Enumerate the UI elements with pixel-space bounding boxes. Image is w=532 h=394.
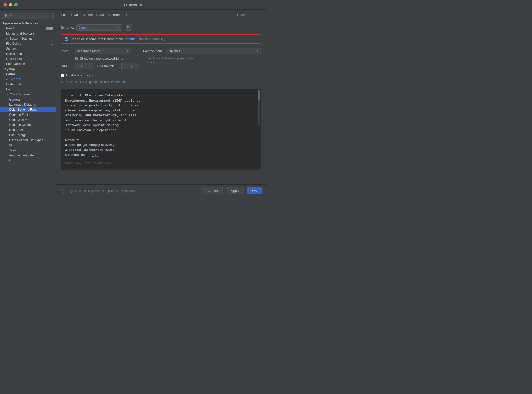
header-actions: Reset ← → — [237, 12, 261, 17]
sidebar-item-path-variables[interactable]: Path Variables — [0, 61, 56, 67]
search-input[interactable] — [9, 14, 51, 18]
breadcrumb-sep1: › — [71, 13, 72, 17]
main-content: 🔍 Appearance & Behavior New UI NEW Menus… — [0, 10, 266, 197]
preview-scrollbar-thumb[interactable] — [258, 90, 260, 100]
line-height-input[interactable] — [121, 63, 139, 69]
sidebar-item-angular-template[interactable]: Angular Template — [0, 153, 56, 158]
fallback-hint: Used for symbols not supported by the ma… — [143, 57, 199, 64]
sidebar-item-appearance-behavior[interactable]: Appearance & Behavior — [0, 21, 56, 26]
minimize-button[interactable] — [9, 3, 12, 6]
breadcrumb-editor[interactable]: Editor — [61, 13, 70, 17]
sidebar-item-color-scheme[interactable]: ▼ Color Scheme — [0, 92, 56, 97]
sidebar-item-code-with-me[interactable]: Code With Me — [0, 117, 56, 122]
breadcrumb-color-scheme[interactable]: Color Scheme — [74, 13, 94, 17]
sidebar-item-new-ui[interactable]: New UI NEW — [0, 26, 56, 31]
settings-panel: Scheme: Darcula ▼ ⚙ Use color scheme fon… — [56, 20, 266, 184]
search-box[interactable]: 🔍 — [2, 13, 54, 19]
enable-ligatures-label: Enable ligatures — [66, 73, 90, 77]
size-row: Size: Line height: — [61, 63, 139, 69]
fallback-col: Fallback font: <None> ▼ Used for symbols… — [143, 48, 261, 64]
sidebar-item-console-colors[interactable]: Console Colors — [0, 122, 56, 127]
checkbox-label: Use color scheme font instead of the def… — [70, 37, 165, 41]
content-area: Editor › Color Scheme › Color Scheme Fon… — [56, 10, 266, 197]
reader-mode-link[interactable]: Reader mode — [110, 80, 128, 84]
show-monospaced-checkbox[interactable] — [75, 57, 78, 60]
font-dropdown-arrow: ▼ — [126, 50, 129, 52]
sidebar-item-user-defined[interactable]: User-Defined File Types — [0, 138, 56, 143]
preview-area[interactable]: IntelliJ IDEA is an Integrated Developme… — [61, 89, 261, 170]
sidebar-item-editor[interactable]: ▼ Editor — [0, 72, 56, 77]
reset-button[interactable]: Reset — [237, 13, 246, 17]
fallback-select[interactable]: <None> ▼ — [167, 48, 261, 54]
maximize-button[interactable] — [14, 3, 18, 6]
sidebar-item-general[interactable]: ▶ General — [0, 77, 56, 82]
sidebar: 🔍 Appearance & Behavior New UI NEW Menus… — [0, 10, 56, 197]
sidebar-item-font[interactable]: Font — [0, 87, 56, 92]
preferences-window: Preferences 🔍 Appearance & Behavior New … — [0, 0, 266, 197]
window-title: Preferences — [124, 3, 142, 7]
sidebar-item-diff-merge[interactable]: Diff & Merge — [0, 133, 56, 138]
scheme-dropdown-arrow: ▼ — [117, 26, 120, 29]
preview-line10: Default: — [65, 138, 257, 143]
sidebar-item-vcs[interactable]: VCS — [0, 143, 56, 148]
scopes-badge: ☰ — [51, 47, 53, 50]
scheme-select[interactable]: Darcula ▼ — [76, 24, 122, 31]
sidebar-item-file-colors[interactable]: File Colors ☰ — [0, 41, 56, 46]
enable-ligatures-checkbox[interactable] — [61, 74, 64, 77]
preview-line4: clever code completion, static code — [65, 108, 257, 113]
forward-button[interactable]: → — [255, 12, 261, 17]
sidebar-item-code-editing[interactable]: Code Editing — [0, 82, 56, 87]
sidebar-item-color-scheme-font[interactable]: Color Scheme Font — [0, 107, 56, 112]
sidebar-item-language-defaults[interactable]: Language Defaults — [0, 102, 56, 107]
sidebar-item-debugger[interactable]: Debugger — [0, 127, 56, 133]
bottom-bar: ? Project-level settings will be applied… — [56, 184, 266, 197]
bottom-left: ? Project-level settings will be applied… — [60, 189, 136, 193]
font-value: JetBrains Mono — [77, 49, 100, 53]
sidebar-section-label: Appearance & Behavior — [3, 22, 38, 25]
breadcrumb: Editor › Color Scheme › Color Scheme Fon… — [61, 13, 127, 17]
sidebar-item-menus-toolbars[interactable]: Menus and Toolbars — [0, 31, 56, 36]
preview-line8: it an enjoyable experience. — [65, 128, 257, 133]
sidebar-item-notifications[interactable]: Notifications — [0, 51, 56, 56]
font-select[interactable]: JetBrains Mono ▼ — [75, 48, 131, 54]
reader-mode-prefix: See line height and ligatures also in — [61, 80, 109, 84]
sidebar-item-quick-lists[interactable]: Quick Lists — [0, 56, 56, 61]
use-color-scheme-checkbox[interactable] — [65, 37, 68, 41]
size-input[interactable] — [75, 63, 93, 69]
scheme-label: Scheme: — [61, 26, 74, 29]
breadcrumb-sep2: › — [96, 13, 97, 17]
content-header: Editor › Color Scheme › Color Scheme Fon… — [56, 10, 266, 20]
sidebar-item-css[interactable]: CSS — [0, 158, 56, 163]
preview-hint: Enter any text to preview — [65, 161, 257, 166]
help-button[interactable]: ? — [60, 189, 64, 193]
ok-button[interactable]: OK — [247, 187, 262, 194]
color-scheme-expand-icon: ▼ — [6, 93, 9, 96]
general-expand-icon: ▶ — [6, 78, 9, 80]
size-label: Size: — [61, 64, 71, 68]
close-button[interactable] — [4, 3, 7, 6]
apply-button[interactable]: Apply — [226, 187, 245, 194]
sidebar-item-keymap[interactable]: Keymap — [0, 67, 56, 72]
fallback-dropdown-arrow: ▼ — [256, 50, 259, 52]
sidebar-item-java[interactable]: Java — [0, 148, 56, 153]
default-font-link[interactable]: default — [125, 37, 135, 41]
help-icon[interactable]: ? — [92, 74, 95, 77]
back-button[interactable]: ← — [248, 12, 253, 17]
sidebar-item-cs-general[interactable]: General — [0, 97, 56, 102]
cancel-button[interactable]: Cancel — [202, 187, 223, 194]
bottom-right: Cancel Apply OK — [202, 187, 262, 194]
scheme-value: Darcula — [79, 26, 90, 29]
checkbox-suffix: (JetBrains Mono,13) — [136, 37, 165, 41]
reader-mode-row: See line height and ligatures also in Re… — [61, 80, 261, 84]
project-note: Project-level settings will be applied t… — [66, 189, 136, 193]
preview-line9 — [65, 133, 257, 138]
gear-button[interactable]: ⚙ — [125, 24, 132, 31]
sidebar-item-scopes[interactable]: Scopes ☰ — [0, 46, 56, 51]
font-row: Font: JetBrains Mono ▼ — [61, 48, 139, 54]
sidebar-item-system-settings[interactable]: ▶ System Settings — [0, 36, 56, 41]
preview-line2: Development Environment (IDE) designed — [65, 98, 257, 103]
sidebar-item-console-font[interactable]: Console Font — [0, 112, 56, 117]
fallback-row: Fallback font: <None> ▼ — [143, 48, 261, 54]
preview-line11: abcdefghijklmnopqrstuvwxyz — [65, 143, 257, 148]
preview-scrollbar[interactable] — [258, 90, 260, 126]
